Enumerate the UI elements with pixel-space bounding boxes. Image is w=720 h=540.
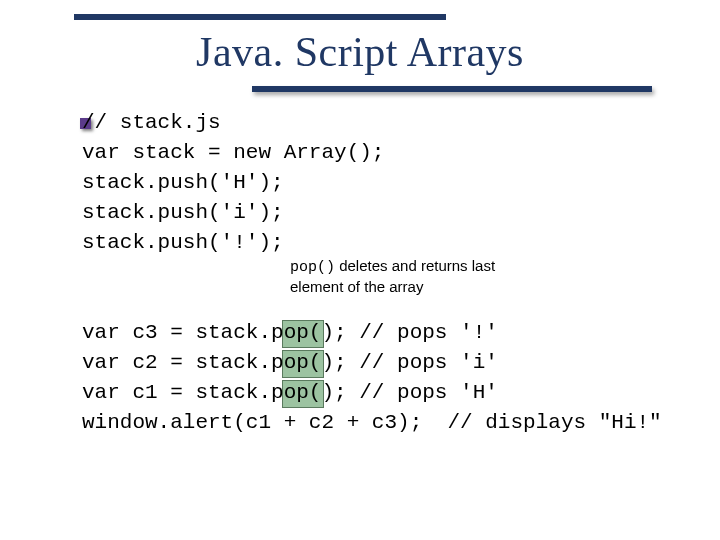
annotation-code-token: pop() [290, 259, 335, 276]
code-line: var c1 = stack.pop(); // pops 'H' [82, 378, 682, 408]
annotation-text-2: element of the array [290, 278, 423, 295]
code-line: window.alert(c1 + c2 + c3); // displays … [82, 408, 682, 438]
slide: Java. Script Arrays // stack.js var stac… [0, 0, 720, 540]
code-line: stack.push('H'); [82, 168, 642, 198]
code-line: stack.push('!'); [82, 228, 642, 258]
code-line: var c2 = stack.pop(); // pops 'i' [82, 348, 682, 378]
code-line: // stack.js [82, 108, 642, 138]
slide-title: Java. Script Arrays [0, 28, 720, 76]
annotation: pop() deletes and returns last element o… [290, 256, 550, 296]
code-line: var stack = new Array(); [82, 138, 642, 168]
code-line: stack.push('i'); [82, 198, 642, 228]
annotation-text-1: deletes and returns last [335, 257, 495, 274]
code-block-lower: var c3 = stack.pop(); // pops '!' var c2… [82, 318, 682, 438]
code-line: var c3 = stack.pop(); // pops '!' [82, 318, 682, 348]
rule-top [74, 14, 446, 20]
code-block-upper: // stack.js var stack = new Array(); sta… [82, 108, 642, 258]
rule-bottom [252, 86, 652, 92]
